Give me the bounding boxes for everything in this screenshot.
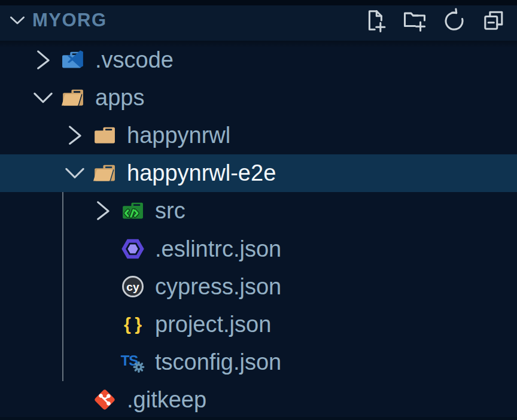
src-folder-icon: [120, 197, 146, 224]
explorer-panel: MYORG: [0, 0, 517, 420]
tree-item-happynrwl[interactable]: happynrwl: [0, 116, 517, 154]
tree-item-label: apps: [95, 86, 144, 109]
tree-item-label: happynrwl: [127, 124, 230, 147]
new-file-icon: [361, 7, 389, 34]
refresh-button[interactable]: [439, 5, 469, 35]
bottom-edge: [0, 417, 517, 420]
typescript-icon: TS: [120, 349, 146, 375]
tree-item-apps[interactable]: apps: [0, 78, 517, 116]
chevron-down-icon[interactable]: [63, 159, 92, 187]
twisty-spacer: [91, 272, 120, 301]
new-folder-button[interactable]: [400, 5, 430, 35]
tree-item-label: .vscode: [95, 48, 174, 71]
tree-item-cypress-json[interactable]: cy cypress.json: [0, 267, 517, 305]
twisty-spacer: [63, 385, 92, 414]
chevron-right-icon[interactable]: [31, 45, 60, 74]
svg-text:}: }: [135, 314, 142, 333]
tree-item-project-json[interactable]: { } project.json: [0, 305, 517, 343]
tree-item-gitkeep[interactable]: .gitkeep: [0, 381, 517, 419]
svg-text:{: {: [124, 314, 131, 333]
open-folder-icon: [92, 160, 118, 186]
refresh-icon: [440, 7, 468, 34]
twisty-spacer: [91, 310, 120, 339]
new-file-button[interactable]: [360, 5, 390, 35]
tree-item-vscode[interactable]: .vscode: [0, 41, 517, 78]
twisty-spacer: [91, 348, 120, 376]
file-tree: .vscode apps: [0, 41, 517, 420]
eslint-icon: [120, 236, 146, 262]
header-actions: [360, 5, 509, 35]
top-edge: [0, 0, 517, 5]
chevron-down-icon[interactable]: [31, 83, 60, 112]
chevron-right-icon[interactable]: [63, 121, 92, 150]
vscode-folder-icon: [60, 47, 86, 73]
chevron-down-icon: [7, 10, 28, 31]
explorer-section-header[interactable]: MYORG: [0, 0, 517, 41]
tree-item-tsconfig-json[interactable]: TS tsconfig.json: [0, 343, 517, 381]
tree-item-label: .eslintrc.json: [155, 238, 281, 260]
tree-item-label: tsconfig.json: [155, 351, 281, 373]
folder-icon: [92, 122, 118, 148]
tree-item-label: project.json: [155, 313, 271, 336]
git-icon: [92, 386, 118, 413]
tree-item-label: happynrwl-e2e: [127, 162, 276, 184]
collapse-all-button[interactable]: [479, 5, 509, 35]
tree-item-eslintrc-json[interactable]: .eslintrc.json: [0, 230, 517, 267]
tree-item-label: src: [155, 199, 185, 222]
collapse-all-icon: [480, 7, 507, 34]
chevron-right-icon[interactable]: [91, 196, 120, 225]
new-folder-icon: [401, 7, 428, 34]
svg-text:cy: cy: [126, 280, 139, 293]
tree-item-happynrwl-e2e[interactable]: happynrwl-e2e: [0, 154, 517, 192]
tree-item-src[interactable]: src: [0, 192, 517, 230]
twisty-spacer: [91, 235, 120, 263]
tree-item-label: cypress.json: [155, 275, 281, 298]
open-folder-icon: [60, 84, 86, 111]
indent-guide: [62, 192, 63, 381]
section-title: MYORG: [32, 10, 107, 31]
json-braces-icon: { }: [120, 311, 146, 337]
cypress-icon: cy: [120, 273, 146, 300]
tree-item-label: .gitkeep: [127, 388, 206, 411]
